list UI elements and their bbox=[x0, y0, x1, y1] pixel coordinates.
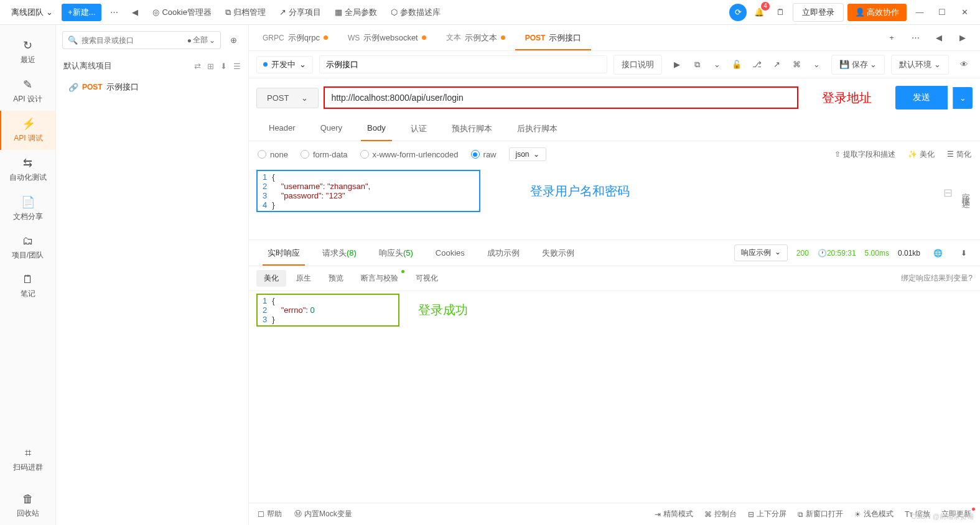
play-icon[interactable]: ▶ bbox=[668, 56, 686, 73]
eye-icon[interactable]: 👁 bbox=[955, 56, 973, 73]
rail-docs[interactable]: 📄文档分享 bbox=[0, 189, 55, 228]
tab-query[interactable]: Query bbox=[308, 117, 355, 141]
rail-project[interactable]: 🗂项目/团队 bbox=[0, 228, 55, 267]
send-button[interactable]: 发送 bbox=[895, 86, 948, 109]
branch-icon[interactable]: ⎇ bbox=[748, 56, 765, 73]
api-desc-button[interactable]: 接口说明 bbox=[614, 55, 662, 75]
request-body-code[interactable]: 1 2 3 4 { "username": "zhangsan", "passw… bbox=[256, 170, 480, 212]
resp-tab-reqheaders[interactable]: 请求头(8) bbox=[311, 240, 368, 266]
link-icon[interactable]: ⇄ bbox=[194, 62, 201, 71]
send-dropdown[interactable]: ⌄ bbox=[953, 87, 973, 109]
notification-bell-icon[interactable]: 🔔4 bbox=[750, 4, 768, 21]
help-link[interactable]: ☐ 帮助 bbox=[258, 509, 282, 519]
tab-ws[interactable]: WS示例websocket bbox=[338, 25, 436, 50]
compact-mode[interactable]: ⇥ 精简模式 bbox=[655, 509, 693, 519]
sub-beautify[interactable]: 美化 bbox=[256, 270, 286, 287]
copy-icon[interactable]: ⧉ bbox=[688, 56, 706, 73]
back-icon[interactable]: ◀ bbox=[126, 4, 144, 21]
lock-icon[interactable]: 🔓 bbox=[728, 56, 745, 73]
api-name-input[interactable] bbox=[319, 55, 607, 73]
close-icon[interactable]: ✕ bbox=[955, 3, 974, 22]
search-box[interactable]: 🔍 ● 全部 ⌄ bbox=[62, 31, 221, 49]
resp-tab-realtime[interactable]: 实时响应 bbox=[256, 240, 311, 266]
new-window-link[interactable]: ⧉ 新窗口打开 bbox=[798, 509, 843, 519]
extract-button[interactable]: ⇧ 提取字段和描述 bbox=[834, 149, 895, 160]
tab-postscript[interactable]: 后执行脚本 bbox=[505, 117, 570, 141]
login-button[interactable]: 立即登录 bbox=[793, 3, 844, 22]
locate-icon[interactable]: ⊕ bbox=[225, 32, 242, 49]
tab-grpc[interactable]: GRPC示例qrpc bbox=[253, 25, 338, 50]
global-params-link[interactable]: ▦全局参数 bbox=[330, 4, 382, 21]
folder-plus-icon[interactable]: ⊞ bbox=[207, 62, 214, 71]
console-link[interactable]: ⌘ 控制台 bbox=[704, 509, 737, 519]
sub-raw[interactable]: 原生 bbox=[289, 270, 319, 287]
radio-raw[interactable]: raw bbox=[471, 150, 497, 159]
globe-icon[interactable]: 🌐 bbox=[929, 244, 946, 262]
radio-formdata[interactable]: form-data bbox=[301, 150, 348, 159]
mock-link[interactable]: Ⓜ 内置Mock变量 bbox=[294, 509, 352, 519]
side-label[interactable]: 字段描述 bbox=[960, 186, 971, 196]
sub-preview[interactable]: 预览 bbox=[321, 270, 351, 287]
tab-post-active[interactable]: POST示例接口 bbox=[515, 25, 592, 50]
rail-notes[interactable]: 🗒笔记 bbox=[0, 267, 55, 305]
bind-variable-link[interactable]: 绑定响应结果到变量? bbox=[901, 273, 973, 284]
note-icon[interactable]: 🗒 bbox=[772, 4, 789, 21]
download-resp-icon[interactable]: ⬇ bbox=[955, 244, 973, 262]
split-link[interactable]: ⊟ 上下分屏 bbox=[748, 509, 786, 519]
sync-icon[interactable]: ⟳ bbox=[729, 4, 747, 21]
tab-text[interactable]: 文本示例文本 bbox=[436, 25, 515, 50]
project-header[interactable]: 默认离线项目 ⇄ ⊞ ⬇ ☰ bbox=[56, 55, 248, 77]
maximize-icon[interactable]: ☐ bbox=[933, 3, 951, 22]
tab-auth[interactable]: 认证 bbox=[398, 117, 439, 141]
new-button[interactable]: +新建... bbox=[62, 4, 101, 21]
collab-button[interactable]: 👤高效协作 bbox=[847, 4, 907, 21]
filter-dropdown[interactable]: ● 全部 ⌄ bbox=[187, 35, 215, 45]
dd1-icon[interactable]: ⌄ bbox=[708, 56, 726, 73]
response-example-selector[interactable]: 响应示例⌄ bbox=[734, 244, 788, 261]
tab-body[interactable]: Body bbox=[355, 117, 398, 141]
drag-handle-icon[interactable]: ⊟ bbox=[943, 186, 953, 200]
rail-recent[interactable]: ↻最近 bbox=[0, 32, 55, 72]
response-code[interactable]: 1 2 3 { "errno": 0 } bbox=[256, 294, 399, 327]
code-icon[interactable]: ⌘ bbox=[788, 56, 805, 73]
resp-tab-fail[interactable]: 失败示例 bbox=[531, 240, 586, 266]
tab-prev-icon[interactable]: ◀ bbox=[930, 29, 948, 47]
env-selector[interactable]: 默认环境 ⌄ bbox=[891, 55, 949, 75]
resp-tab-cookies[interactable]: Cookies bbox=[424, 240, 476, 266]
team-selector[interactable]: 离线团队 ⌄ bbox=[6, 4, 58, 21]
sub-assert[interactable]: 断言与校验 bbox=[353, 270, 406, 287]
download-icon[interactable]: ⬇ bbox=[220, 62, 227, 71]
export-icon[interactable]: ↗ bbox=[768, 56, 785, 73]
simplify-button[interactable]: ☰ 简化 bbox=[947, 149, 971, 160]
dd2-icon[interactable]: ⌄ bbox=[808, 56, 825, 73]
radio-urlencoded[interactable]: x-www-form-urlencoded bbox=[360, 150, 459, 159]
rail-trash[interactable]: 🗑回收站 bbox=[0, 486, 55, 525]
tab-more-icon[interactable]: ⋯ bbox=[907, 29, 924, 47]
search-input[interactable] bbox=[82, 36, 184, 45]
radio-none[interactable]: none bbox=[258, 150, 288, 159]
tree-api-item[interactable]: 🔗 POST 示例接口 bbox=[56, 77, 248, 98]
content-type-selector[interactable]: json⌄ bbox=[509, 147, 546, 161]
resp-tab-respheaders[interactable]: 响应头(5) bbox=[368, 240, 424, 266]
sub-visual[interactable]: 可视化 bbox=[408, 270, 446, 287]
param-lib-link[interactable]: ⬡参数描述库 bbox=[386, 4, 446, 21]
tab-next-icon[interactable]: ▶ bbox=[954, 29, 971, 47]
share-link[interactable]: ↗分享项目 bbox=[274, 4, 326, 21]
cookie-manager-link[interactable]: ◎Cookie管理器 bbox=[147, 4, 216, 21]
more-icon[interactable]: ⋯ bbox=[105, 4, 123, 21]
minimize-icon[interactable]: — bbox=[910, 3, 929, 22]
rail-api-design[interactable]: ✎API 设计 bbox=[0, 72, 55, 111]
rail-autotest[interactable]: ⇆自动化测试 bbox=[0, 150, 55, 189]
archive-link[interactable]: ⧉归档管理 bbox=[220, 4, 271, 21]
resp-tab-success[interactable]: 成功示例 bbox=[476, 240, 531, 266]
save-button[interactable]: 💾 保存 ⌄ bbox=[831, 55, 885, 75]
status-selector[interactable]: 开发中⌄ bbox=[256, 56, 313, 73]
url-input[interactable]: http://localhost:8000/api/user/login bbox=[324, 86, 798, 109]
beautify-button[interactable]: ✨ 美化 bbox=[908, 149, 935, 160]
add-tab-icon[interactable]: + bbox=[883, 29, 900, 47]
list-icon[interactable]: ☰ bbox=[233, 62, 241, 71]
tab-header[interactable]: Header bbox=[256, 117, 308, 141]
theme-link[interactable]: ☀ 浅色模式 bbox=[854, 509, 894, 519]
method-selector[interactable]: POST⌄ bbox=[256, 88, 319, 108]
rail-scan[interactable]: ⌗扫码进群 bbox=[0, 440, 55, 479]
